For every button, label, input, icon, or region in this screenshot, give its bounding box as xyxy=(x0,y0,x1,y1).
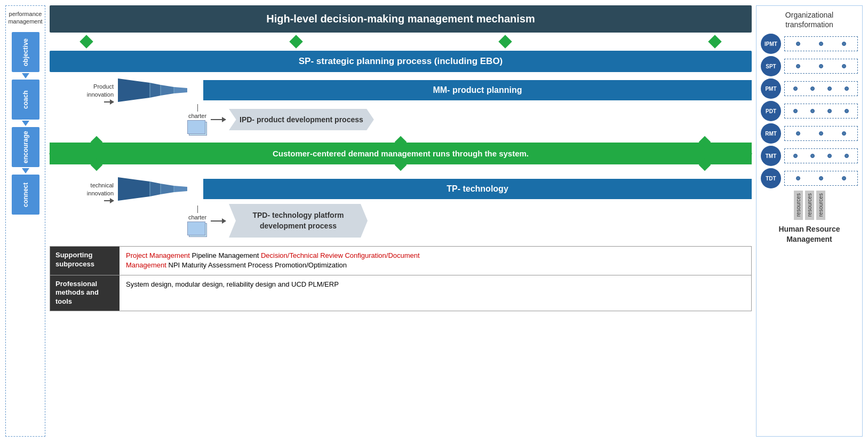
diamond-1 xyxy=(79,35,93,48)
svg-marker-1 xyxy=(150,83,161,98)
org-dots-pdt xyxy=(784,104,858,119)
charter-block-2: charter xyxy=(187,206,208,236)
charter-vline xyxy=(197,104,198,112)
product-planning-area: Productinnovation xyxy=(66,78,752,135)
table-row-professional: Professionalmethods and tools System des… xyxy=(50,275,751,311)
product-innovation-section: Productinnovation xyxy=(66,78,114,102)
org-dots-tmt xyxy=(784,148,858,163)
svg-marker-7 xyxy=(118,177,150,201)
dot xyxy=(793,154,798,158)
dot xyxy=(845,154,849,158)
charter-doc-wrapper xyxy=(187,120,208,135)
resource-label-3: resources xyxy=(816,191,825,220)
strategic-banner: SP- strategic planning process (includin… xyxy=(50,51,752,72)
org-row-pdt: PDT xyxy=(761,101,858,121)
tp-section: TP- technology charter xyxy=(118,177,752,238)
ipd-box: IPD- product development process xyxy=(229,109,374,130)
technical-innovation-label: technicalinnovation xyxy=(87,181,114,198)
tp-funnel xyxy=(118,177,203,201)
org-dots-pmt xyxy=(784,81,858,96)
org-rows: IPMT SPT PMT xyxy=(761,34,858,188)
dot xyxy=(819,64,823,68)
dot xyxy=(827,86,832,91)
charter-label: charter xyxy=(188,113,206,119)
mm-row: MM- product planning xyxy=(118,78,752,102)
dot xyxy=(845,109,849,113)
tech-arrow-head xyxy=(110,198,114,203)
org-row-spt: SPT xyxy=(761,56,858,76)
dot xyxy=(793,109,798,113)
sidebar-box-coach: coach xyxy=(12,80,39,120)
dtr-text: Decision/Technical Review xyxy=(261,251,343,259)
dot xyxy=(796,42,800,46)
tp-row: TP- technology xyxy=(118,177,752,201)
arrow-1 xyxy=(22,73,29,78)
mm-tp-section: MM- product planning charter xyxy=(118,78,752,135)
charter-doc-wrapper-2 xyxy=(187,222,208,236)
center-content: High-level decision-making management me… xyxy=(50,5,752,437)
product-arrow xyxy=(104,101,114,102)
dot xyxy=(819,131,823,136)
org-row-rmt: RMT xyxy=(761,123,858,144)
dot xyxy=(810,154,815,158)
table-row-supporting: Supportingsubprocess Project Management … xyxy=(50,247,751,275)
green-banner-text: Customer-centered demand management runs… xyxy=(273,149,529,158)
arrow-2 xyxy=(22,121,29,126)
professional-content: System design, modular design, reliabili… xyxy=(120,275,751,311)
charter-vline-2 xyxy=(197,206,198,213)
dot xyxy=(796,64,800,68)
tpd-row: charter TPD- technology platformdevelopm… xyxy=(187,204,752,238)
svg-marker-0 xyxy=(118,78,150,102)
org-row-pmt: PMT xyxy=(761,78,858,99)
green-bottom-diamonds xyxy=(50,161,752,169)
bottom-table: Supportingsubprocess Project Management … xyxy=(50,246,752,311)
pipe-text: Pipeline Management xyxy=(192,251,261,259)
mm-funnel xyxy=(118,78,203,102)
dot xyxy=(845,86,849,91)
gtd-1 xyxy=(91,136,103,148)
org-circle-ipmt: IPMT xyxy=(761,34,781,54)
org-dots-rmt xyxy=(784,126,858,141)
perf-title: performance management xyxy=(8,10,42,26)
product-arrow-line xyxy=(104,101,114,102)
dot xyxy=(810,86,815,91)
diamond-3 xyxy=(499,35,512,48)
dot xyxy=(796,131,800,136)
tech-innovation-section: technicalinnovation xyxy=(66,177,114,201)
svg-marker-10 xyxy=(174,186,187,192)
charter-label-2: charter xyxy=(188,214,206,220)
dot xyxy=(842,42,846,46)
gbd-3 xyxy=(699,159,711,171)
diamonds-row xyxy=(50,36,752,48)
diamond-4 xyxy=(708,35,721,48)
ipd-arrow-head xyxy=(222,117,226,122)
org-title: Organizational transformation xyxy=(785,10,833,29)
ipd-arrow xyxy=(211,119,226,120)
sidebar-boxes: objective coach encourage connect xyxy=(8,32,43,215)
cdm-text: Configuration/Document xyxy=(345,251,419,259)
org-dots-spt xyxy=(784,59,858,74)
green-banner-container: Customer-centered demand management runs… xyxy=(50,143,752,164)
resource-label-2: resources xyxy=(805,191,814,220)
gtd-3 xyxy=(699,136,711,148)
gbd-1 xyxy=(91,159,103,171)
dot xyxy=(827,109,832,113)
org-circle-tdt: TDT xyxy=(761,168,781,188)
mgmt-text: Management xyxy=(126,261,166,269)
org-circle-spt: SPT xyxy=(761,56,781,76)
sidebar-box-objective: objective xyxy=(12,32,39,72)
diamond-2 xyxy=(289,35,302,48)
dot xyxy=(793,86,798,91)
tpd-arrow xyxy=(211,220,226,222)
green-top-diamonds xyxy=(50,138,752,146)
npi-text: NPI xyxy=(169,261,182,269)
svg-marker-8 xyxy=(150,181,161,196)
mm-banner: MM- product planning xyxy=(203,80,752,100)
dot xyxy=(819,176,823,180)
tpd-arrow-head xyxy=(222,218,226,224)
org-circle-pdt: PDT xyxy=(761,101,781,121)
org-row-ipmt: IPMT xyxy=(761,34,858,54)
ipd-row: charter IPD- product development process xyxy=(187,104,752,135)
org-circle-tmt: TMT xyxy=(761,146,781,166)
sidebar-box-connect: connect xyxy=(12,175,39,215)
